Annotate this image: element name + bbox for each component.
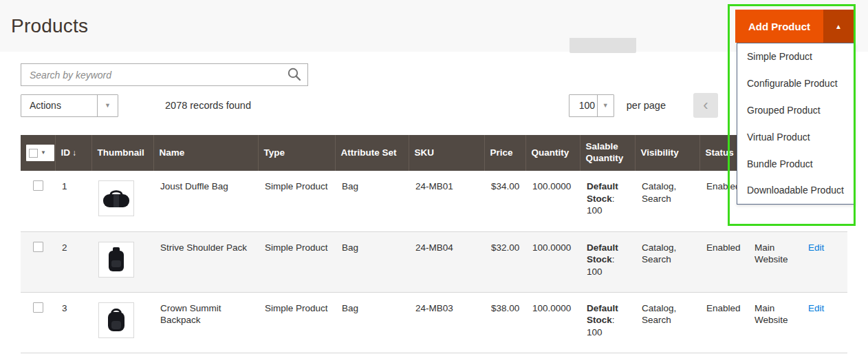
header-quantity[interactable]: Quantity: [525, 135, 580, 171]
cell-id: 1: [55, 171, 91, 231]
cell-websites: Main Website: [748, 231, 801, 292]
previous-page-button[interactable]: ‹: [693, 93, 718, 118]
actions-select[interactable]: Actions ▼: [21, 94, 118, 117]
per-page-label: per page: [627, 100, 666, 111]
cell-select: [21, 231, 55, 292]
cell-action: Edit: [801, 292, 847, 353]
cell-action: Edit: [801, 231, 847, 292]
cell-type: Simple Product: [258, 231, 335, 292]
chevron-down-icon: ▼: [597, 95, 614, 116]
cell-sku: 24-MB03: [409, 292, 484, 353]
cell-select: [21, 292, 55, 353]
cell-visibility: Catalog, Search: [635, 231, 699, 292]
cell-type: Simple Product: [258, 292, 335, 353]
table-row: 3 Crown Summit Backpack Simple Product B…: [21, 292, 847, 353]
cell-quantity: 100.0000: [525, 231, 580, 292]
cell-name: Strive Shoulder Pack: [153, 231, 258, 292]
cell-name: Joust Duffle Bag: [153, 171, 258, 231]
edit-link[interactable]: Edit: [808, 242, 824, 253]
cell-select: [21, 171, 55, 231]
cell-salable-quantity: Default Stock: 100: [580, 171, 635, 231]
cell-thumbnail: [91, 231, 153, 292]
per-page-select[interactable]: 100 ▼: [569, 94, 614, 117]
cell-status: Enabled: [699, 292, 748, 353]
header-id[interactable]: ID↓: [55, 135, 91, 171]
search-row: [21, 63, 847, 86]
product-thumbnail: [98, 180, 134, 216]
header-thumbnail[interactable]: Thumbnail: [91, 135, 153, 171]
row-checkbox[interactable]: [33, 180, 43, 191]
select-all-dropdown[interactable]: ▼: [26, 145, 54, 161]
add-product-menu: Simple Product Configurable Product Grou…: [737, 43, 856, 205]
cell-websites: Main Website: [748, 292, 801, 353]
pager-group: 100 ▼ per page ‹: [569, 93, 718, 118]
cell-attribute-set: Bag: [335, 292, 409, 353]
shoulder-pack-image: [106, 247, 127, 273]
backpack-image: [105, 307, 127, 333]
table-row: 1 Joust Duffle Bag Simple Product Bag 24…: [21, 171, 847, 231]
products-table: ▼ ID↓ Thumbnail Name Type Attribute Set …: [21, 135, 847, 353]
menu-item-grouped-product[interactable]: Grouped Product: [737, 97, 855, 124]
cell-sku: 24-MB04: [409, 231, 484, 292]
cell-salable-quantity: Default Stock: 100: [580, 292, 635, 353]
select-all-header: ▼: [21, 135, 55, 171]
cell-price: $32.00: [484, 231, 525, 292]
cell-id: 2: [55, 231, 91, 292]
product-thumbnail: [98, 242, 134, 278]
header-price[interactable]: Price: [484, 135, 525, 171]
actions-select-label: Actions: [21, 95, 97, 116]
page-title: Products: [11, 15, 88, 37]
cell-quantity: 100.0000: [525, 171, 580, 231]
product-thumbnail: [98, 302, 134, 338]
cell-sku: 24-MB01: [409, 171, 484, 231]
cell-attribute-set: Bag: [335, 231, 409, 292]
cell-id: 3: [55, 292, 91, 353]
cell-attribute-set: Bag: [335, 171, 409, 231]
menu-item-bundle-product[interactable]: Bundle Product: [737, 151, 855, 178]
cell-thumbnail: [91, 292, 153, 353]
cell-quantity: 100.0000: [525, 292, 580, 353]
cell-thumbnail: [91, 171, 153, 231]
chevron-left-icon: ‹: [703, 94, 708, 117]
records-found-text: 2078 records found: [165, 100, 251, 111]
search-box: [21, 63, 308, 86]
per-page-value: 100: [569, 95, 597, 116]
chevron-down-icon: ▼: [41, 149, 46, 156]
header-attribute-set[interactable]: Attribute Set: [335, 135, 409, 171]
select-all-checkbox[interactable]: [29, 149, 38, 158]
row-checkbox[interactable]: [33, 302, 43, 313]
menu-item-configurable-product[interactable]: Configurable Product: [737, 70, 855, 97]
add-product-button[interactable]: Add Product: [735, 10, 823, 43]
row-checkbox[interactable]: [33, 242, 43, 252]
menu-item-simple-product[interactable]: Simple Product: [737, 43, 855, 70]
search-input[interactable]: [21, 63, 308, 86]
duffle-bag-image: [102, 188, 131, 209]
add-product-toggle[interactable]: ▲: [823, 10, 854, 43]
cell-price: $38.00: [484, 292, 525, 353]
chevron-down-icon: ▼: [97, 95, 118, 116]
cell-price: $34.00: [484, 171, 525, 231]
header-sku[interactable]: SKU: [409, 135, 484, 171]
cell-salable-quantity: Default Stock: 100: [580, 231, 635, 292]
cell-name: Crown Summit Backpack: [153, 292, 258, 353]
header-salable-quantity[interactable]: Salable Quantity: [580, 135, 635, 171]
cell-visibility: Catalog, Search: [635, 292, 699, 353]
grid-toolbar: Actions ▼ 2078 records found 100 ▼ per p…: [21, 94, 847, 117]
table-header-row: ▼ ID↓ Thumbnail Name Type Attribute Set …: [21, 135, 847, 171]
header-visibility[interactable]: Visibility: [635, 135, 699, 171]
chevron-up-icon: ▲: [835, 23, 842, 30]
add-product-split-button: Add Product ▲ Simple Product Configurabl…: [735, 10, 854, 43]
header-type[interactable]: Type: [258, 135, 335, 171]
cell-visibility: Catalog, Search: [635, 171, 699, 231]
menu-item-downloadable-product[interactable]: Downloadable Product: [737, 177, 855, 204]
cell-type: Simple Product: [258, 171, 335, 231]
header-name[interactable]: Name: [153, 135, 258, 171]
table-row: 2 Strive Shoulder Pack Simple Product Ba…: [21, 231, 847, 292]
sort-desc-icon: ↓: [72, 148, 76, 158]
search-icon[interactable]: [286, 67, 303, 83]
edit-link[interactable]: Edit: [808, 303, 824, 313]
cell-status: Enabled: [699, 231, 748, 292]
clipped-toolbar-button[interactable]: [569, 38, 636, 53]
menu-item-virtual-product[interactable]: Virtual Product: [737, 124, 855, 151]
